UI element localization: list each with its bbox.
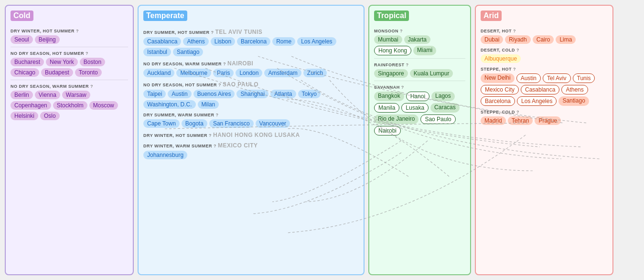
temp-sec4-tags: Cape Town Bogota San Francisco Vancouver — [143, 119, 359, 128]
temperate-title: Temperate — [143, 10, 187, 21]
tag-melbourne: Melbourne — [176, 69, 211, 77]
tag-lusaka: Lusaka — [401, 103, 429, 113]
tag-istanbul: Istanbul — [143, 48, 171, 56]
tag-sao-paulo: Sao Paulo — [420, 114, 455, 124]
panel-tropical: Tropical MONSOON ? Mumbai Jakarta Hong K… — [368, 5, 471, 275]
tag-amsterdam: Amsterdam — [264, 69, 301, 77]
tag-stockholm: Stockholm — [53, 101, 87, 110]
tag-albuquerque: Albuquerque — [481, 54, 521, 63]
trop-sec1-label: MONSOON ? — [374, 29, 465, 33]
tag-jakarta: Jakarta — [404, 35, 430, 44]
tag-mexico-city-arid: Mexico City — [481, 85, 519, 94]
tag-san-francisco: San Francisco — [209, 119, 254, 128]
tag-oslo: Oslo — [40, 112, 60, 120]
arid-title: Arid — [481, 10, 502, 21]
tag-madrid: Madrid — [481, 116, 506, 125]
cold-sec2-label: NO DRY SEASON, HOT SUMMER ? — [11, 51, 128, 56]
cold-sec1-label: DRY WINTER, HOT SUMMER ? — [11, 29, 128, 33]
tag-kuala-lumpur: Kuala Lumpur — [410, 69, 453, 78]
tag-prague: Prague — [535, 116, 561, 125]
tag-shanghai: Shanghai — [236, 90, 268, 98]
tag-tokyo: Tokyo — [298, 90, 321, 98]
temp-sec3-tags: Taipei Austin Buenos Aires Shanghai Atla… — [143, 90, 359, 109]
arid-sec3-label: STEPPE, HOT ? — [481, 67, 608, 72]
temp-sec2-tags: Auckland Melbourne Paris London Amsterda… — [143, 69, 359, 77]
tag-tunis-arid: Tunis — [573, 73, 595, 83]
temp-sec6-label: DRY WINTER, WARM SUMMER ? Mexico City — [143, 142, 359, 149]
tag-bogota: Bogota — [182, 119, 207, 128]
arid-sec1-tags: Dubai Riyadh Cairo Lima — [481, 35, 608, 44]
tag-beijing: Beijing — [35, 35, 60, 44]
tag-cairo: Cairo — [533, 35, 554, 44]
tag-lisbon: Lisbon — [211, 37, 235, 46]
temp-sec1-tags: Casablanca Athens Lisbon Barcelona Rome … — [143, 37, 359, 56]
tag-london: London — [236, 69, 262, 77]
tag-vienna: Vienna — [35, 91, 60, 99]
trop-sec1-tags: Mumbai Jakarta Hong Kong Miami — [374, 35, 465, 55]
tag-hong-kong: Hong Kong — [374, 46, 411, 55]
tag-toronto: Toronto — [75, 68, 102, 77]
tag-new-york: New York — [46, 58, 78, 66]
tag-rio: Rio de Janeiro — [374, 114, 419, 124]
tag-athens: Athens — [183, 37, 208, 46]
panel-arid: Arid DESERT, HOT ? Dubai Riyadh Cairo Li… — [475, 5, 613, 275]
arid-sec2-label: DESERT, COLD ? — [481, 48, 608, 52]
main-container: Cold DRY WINTER, HOT SUMMER ? Seoul Beij… — [0, 0, 644, 280]
temp-sec6-tags: Johannesburg — [143, 151, 359, 159]
trop-sec2-tags: Singapore Kuala Lumpur — [374, 69, 465, 78]
tag-chicago: Chicago — [11, 68, 39, 77]
tag-bangkok: Bangkok — [374, 92, 404, 101]
tag-austin-arid: Austin — [516, 73, 541, 83]
tag-santiago: Santiago — [173, 48, 203, 56]
tag-new-delhi: New Delhi — [481, 73, 515, 83]
temp-sec1-label: DRY SUMMER, HOT SUMMER ? Tel Aviv Tunis — [143, 29, 359, 35]
arid-sec4-label: STEPPE, COLD ? — [481, 110, 608, 114]
tag-austin: Austin — [168, 90, 191, 98]
tag-lagos: Lagos — [431, 92, 455, 101]
tag-nairobi: Nairobi — [374, 126, 401, 135]
trop-sec3-tags: Bangkok Hanoi Lagos Manila Lusaka Caraca… — [374, 92, 465, 135]
tag-moscow: Moscow — [89, 101, 118, 110]
tag-los-angeles-arid: Los Angeles — [517, 96, 557, 106]
tag-bucharest: Bucharest — [11, 58, 44, 66]
tag-atlanta: Atlanta — [270, 90, 296, 98]
cold-sec1-tags: Seoul Beijing — [11, 35, 128, 44]
tag-copenhagen: Copenhagen — [11, 101, 51, 110]
tag-tehran: Tehran — [508, 116, 533, 125]
tag-hanoi: Hanoi — [406, 92, 429, 101]
tag-buenos-aires: Buenos Aires — [193, 90, 235, 98]
tropical-title: Tropical — [374, 10, 409, 21]
temp-sec2-label: NO DRY SEASON, WARM SUMMER ? Nairobi — [143, 60, 359, 67]
tag-barcelona-arid: Barcelona — [481, 96, 515, 106]
tag-helsinki: Helsinki — [11, 112, 38, 120]
tag-lima: Lima — [556, 35, 576, 44]
tag-manila: Manila — [374, 103, 399, 113]
temp-sec4-label: DRY SUMMER, WARM SUMMER ? — [143, 113, 359, 117]
tag-tel-aviv-arid: Tel Aviv — [543, 73, 570, 83]
arid-sec4-tags: Madrid Tehran Prague — [481, 116, 608, 125]
tag-santiago-arid: Santiago — [558, 96, 589, 106]
cold-sec3-tags: Berlin Vienna Warsaw Copenhagen Stockhol… — [11, 91, 128, 120]
arid-sec2-tags: Albuquerque — [481, 54, 608, 63]
tag-zurich: Zurich — [303, 69, 327, 77]
tag-boston: Boston — [80, 58, 105, 66]
tag-casablanca-arid: Casablanca — [521, 85, 559, 94]
cold-sec3-label: NO DRY SEASON, WARM SUMMER ? — [11, 84, 128, 89]
temp-sec3-label: NO DRY SEASON, HOT SUMMER ? Sao Paulo — [143, 81, 359, 88]
tag-dubai: Dubai — [481, 35, 503, 44]
tag-casablanca: Casablanca — [143, 37, 181, 46]
tag-auckland: Auckland — [143, 69, 174, 77]
tag-cape-town: Cape Town — [143, 119, 180, 128]
tag-vancouver: Vancouver — [256, 119, 290, 128]
tag-seoul: Seoul — [11, 35, 33, 44]
tag-miami: Miami — [413, 46, 436, 55]
trop-sec3-label: SAVANNAH ? — [374, 85, 465, 90]
cold-sec2-tags: Bucharest New York Boston Chicago Budape… — [11, 58, 128, 77]
tag-warsaw: Warsaw — [62, 91, 90, 99]
tag-paris: Paris — [213, 69, 234, 77]
panel-cold: Cold DRY WINTER, HOT SUMMER ? Seoul Beij… — [5, 5, 134, 275]
tag-washington-dc: Washington, D.C. — [143, 100, 196, 109]
tag-budapest: Budapest — [41, 68, 73, 77]
tag-taipei: Taipei — [143, 90, 166, 98]
tag-mumbai: Mumbai — [374, 35, 402, 44]
